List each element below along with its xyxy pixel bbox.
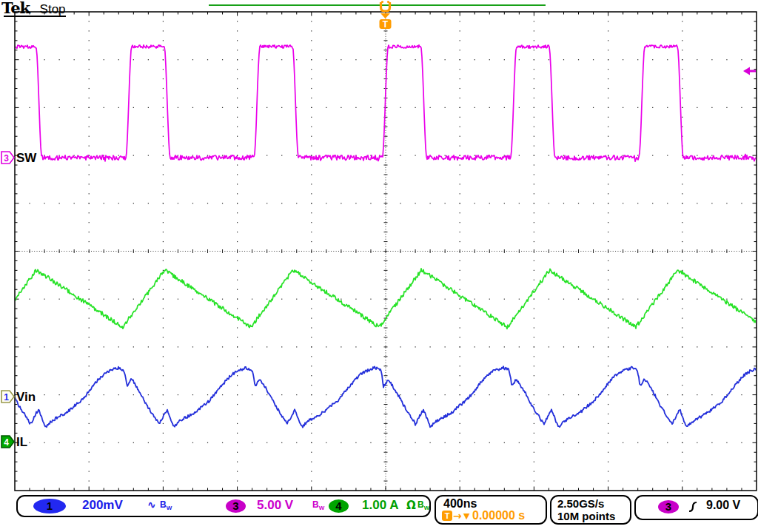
oscilloscope-screen: 3SW1Vin4ILT Tek Stop 1 200mV ∿ BW 3 5.00… — [0, 0, 758, 532]
svg-text:1: 1 — [4, 392, 9, 403]
ch3-bandwidth-indicator: BW — [312, 499, 324, 511]
ch1-bandwidth-indicator: BW — [160, 499, 172, 511]
channel-label: Vin — [16, 390, 36, 404]
ch4-bandwidth-indicator: BW — [417, 499, 429, 511]
ch3-badge[interactable]: 3 — [226, 499, 246, 513]
channel-label: IL — [16, 435, 27, 449]
sample-rate-readout: 2.50GS/s — [557, 497, 604, 510]
trigger-delay-readout: 0.00000 s — [472, 509, 525, 522]
svg-text:3: 3 — [4, 153, 9, 164]
arrow-right-icon: → — [453, 510, 462, 522]
channel-readout-bar[interactable]: 1 200mV ∿ BW 3 5.00 V BW 4 1.00 A Ω BW — [16, 495, 431, 517]
header: Tek Stop — [1, 0, 66, 17]
ch4-scale-readout: 1.00 A — [362, 498, 398, 513]
acquisition-readout-box[interactable]: 2.50GS/s 10M points — [550, 495, 631, 525]
trigger-t-icon: T — [442, 511, 452, 521]
svg-text:4: 4 — [4, 437, 9, 448]
ch1-scale-readout: 200mV — [82, 498, 123, 513]
record-length-readout: 10M points — [557, 510, 615, 522]
channel-marker-vin[interactable]: 1Vin — [1, 390, 36, 404]
ch3-scale-readout: 5.00 V — [257, 498, 293, 513]
channel-marker-sw[interactable]: 3SW — [1, 151, 37, 165]
acquisition-status: Stop — [40, 2, 66, 16]
ohm-icon: Ω — [406, 499, 416, 512]
channel-label: SW — [16, 151, 37, 165]
ch4-badge[interactable]: 4 — [329, 499, 349, 513]
trigger-t-label: T — [383, 19, 389, 30]
trigger-source-badge[interactable]: 3 — [658, 500, 679, 514]
reference-point-icon: ▼ — [463, 511, 469, 521]
tek-logo: Tek — [1, 0, 30, 17]
ch1-badge[interactable]: 1 — [33, 499, 66, 514]
trigger-readout-box[interactable]: 3 9.00 V — [634, 495, 758, 520]
horizontal-readout-box[interactable]: 400ns T → ▼ 0.00000 s — [435, 495, 547, 525]
rising-edge-icon — [688, 500, 698, 514]
scope-display: 3SW1Vin4ILT — [0, 0, 758, 532]
trigger-level-readout: 9.00 V — [706, 499, 740, 512]
ac-coupling-icon: ∿ — [147, 499, 156, 511]
